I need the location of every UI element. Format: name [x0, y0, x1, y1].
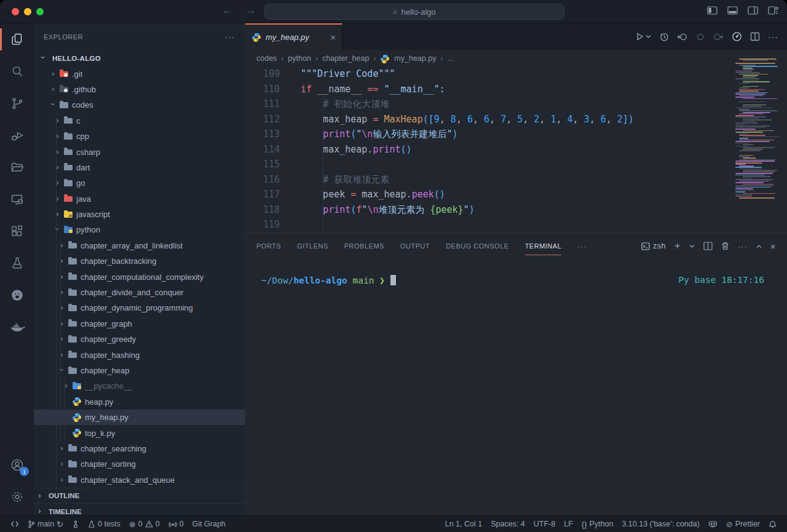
activity-remote-explorer[interactable]: [0, 183, 34, 215]
tree-item-python[interactable]: ›python: [34, 222, 245, 237]
tree-item-chapter_sorting[interactable]: ›chapter_sorting: [34, 456, 245, 472]
tree-item-chapter_divide_and_conquer[interactable]: ›chapter_divide_and_conquer: [34, 285, 245, 300]
tree-item-__pycache__[interactable]: ›__pycache__: [34, 378, 245, 394]
python-interpreter[interactable]: 3.10.13 ('base': conda): [617, 520, 703, 528]
tree-item-chapter_stack_and_queue[interactable]: ›chapter_stack_and_queue: [34, 472, 245, 488]
activity-docker[interactable]: [0, 311, 34, 343]
timeline-history-icon[interactable]: [659, 32, 669, 42]
problems-status[interactable]: ⊗ 0 0: [125, 520, 164, 529]
split-editor-icon[interactable]: [750, 32, 760, 41]
tree-item-my_heap.py[interactable]: my_heap.py: [34, 410, 245, 425]
panel-tab-terminal[interactable]: TERMINAL: [525, 233, 562, 259]
tree-item-chapter_backtracking[interactable]: ›chapter_backtracking: [34, 253, 245, 269]
explorer-more-actions-icon[interactable]: ···: [224, 32, 235, 42]
command-center-search[interactable]: ⌕ hello-algo: [264, 4, 564, 20]
sync-icon[interactable]: ↻: [57, 520, 63, 529]
next-change-icon[interactable]: [713, 32, 724, 42]
tree-item-dart[interactable]: ›dart: [34, 160, 245, 175]
activity-explorer[interactable]: [0, 23, 34, 55]
copilot-status[interactable]: [704, 520, 722, 528]
gitlens-status[interactable]: [68, 520, 84, 528]
terminal-dropdown-icon[interactable]: [689, 244, 695, 248]
activity-run-debug[interactable]: [0, 119, 34, 151]
change-marker-icon[interactable]: [695, 32, 705, 42]
tree-item-csharp[interactable]: ›csharp: [34, 144, 245, 159]
close-panel-icon[interactable]: ×: [770, 241, 776, 252]
maximize-panel-icon[interactable]: [756, 244, 762, 248]
split-terminal-icon[interactable]: [703, 242, 713, 250]
git-graph-button[interactable]: Git Graph: [188, 520, 230, 528]
tree-item-.git[interactable]: ›.git: [34, 66, 245, 81]
language-mode[interactable]: {} Python: [577, 520, 618, 529]
activity-source-control[interactable]: [0, 87, 34, 119]
close-window-button[interactable]: [12, 8, 19, 15]
customize-layout-icon[interactable]: [768, 6, 778, 15]
zoom-window-button[interactable]: [36, 8, 44, 15]
notifications[interactable]: [764, 520, 781, 528]
activity-settings[interactable]: [0, 481, 34, 513]
ports-status[interactable]: 0: [164, 520, 188, 528]
tree-item-java[interactable]: ›java: [34, 191, 245, 207]
indentation[interactable]: Spaces: 4: [486, 520, 529, 528]
breadcrumb-item-2[interactable]: chapter_heap: [322, 54, 369, 63]
tests-status[interactable]: 0 tests: [84, 520, 125, 528]
minimize-window-button[interactable]: [24, 8, 31, 15]
tree-item-chapter_hashing[interactable]: ›chapter_hashing: [34, 347, 245, 362]
tree-item-chapter_searching[interactable]: ›chapter_searching: [34, 441, 245, 456]
tree-item-c[interactable]: ›c: [34, 113, 245, 129]
cursor-position[interactable]: Ln 1, Col 1: [441, 520, 486, 528]
minimap[interactable]: [735, 58, 783, 205]
close-tab-icon[interactable]: ×: [330, 32, 336, 42]
tree-item-codes[interactable]: ›codes: [34, 97, 245, 113]
panel-more-actions-icon[interactable]: ···: [738, 242, 748, 251]
panel-tab-gitlens[interactable]: GITLENS: [297, 233, 328, 259]
forward-arrow-icon[interactable]: →: [243, 4, 258, 17]
tree-item-chapter_heap[interactable]: ›chapter_heap: [34, 363, 245, 378]
editor-more-actions-icon[interactable]: ···: [768, 32, 778, 42]
run-python-file-button[interactable]: [635, 32, 651, 41]
tree-item-go[interactable]: ›go: [34, 175, 245, 191]
layout-sidebar-left-icon[interactable]: [707, 6, 718, 15]
kill-terminal-trash-icon[interactable]: [721, 242, 729, 250]
tree-item-javascript[interactable]: ›JSjavascript: [34, 207, 245, 222]
tree-item-chapter_array_and_linkedlist[interactable]: ›chapter_array_and_linkedlist: [34, 238, 245, 253]
activity-github[interactable]: [0, 279, 34, 311]
tree-item-heap.py[interactable]: heap.py: [34, 394, 245, 410]
panel-tab-output[interactable]: OUTPUT: [400, 233, 430, 259]
tab-my-heap-py[interactable]: my_heap.py ×: [245, 23, 342, 50]
activity-folders[interactable]: [0, 151, 34, 183]
remote-indicator[interactable]: [6, 520, 23, 528]
code-editor[interactable]: 109"""Driver Code"""110if __name__ == "_…: [245, 66, 787, 232]
activity-search[interactable]: [0, 55, 34, 87]
tree-item-chapter_graph[interactable]: ›chapter_graph: [34, 316, 245, 332]
breadcrumb-item-3[interactable]: my_heap.py: [394, 54, 436, 63]
terminal-content[interactable]: ~/Dow/hello-algo main ❯ Py base 18:17:16: [245, 259, 787, 285]
layout-sidebar-right-icon[interactable]: [748, 6, 758, 15]
tree-item-top_k.py[interactable]: top_k.py: [34, 425, 245, 440]
encoding[interactable]: UTF-8: [529, 520, 560, 528]
outline-section[interactable]: › OUTLINE: [34, 488, 245, 503]
panel-more-tabs-icon[interactable]: ···: [577, 242, 587, 251]
activity-extensions[interactable]: [0, 215, 34, 247]
tree-item-chapter_dynamic_programming[interactable]: ›chapter_dynamic_programming: [34, 300, 245, 316]
activity-accounts[interactable]: 1: [0, 449, 34, 481]
breadcrumb-item-1[interactable]: python: [288, 54, 311, 63]
tree-item-.github[interactable]: ›.github: [34, 82, 245, 97]
eol-sequence[interactable]: LF: [560, 520, 577, 528]
prettier-status[interactable]: ⊘ Prettier: [722, 520, 764, 529]
run-or-debug-icon[interactable]: [732, 31, 742, 42]
tree-item-cpp[interactable]: ›cpp: [34, 129, 245, 144]
tree-item-chapter_computational_complexity[interactable]: ›chapter_computational_complexity: [34, 269, 245, 284]
tree-item-chapter_greedy[interactable]: ›chapter_greedy: [34, 332, 245, 347]
breadcrumb-item-4[interactable]: ...: [447, 54, 453, 63]
terminal-shell-chip[interactable]: zsh: [641, 242, 666, 250]
panel-tab-problems[interactable]: PROBLEMS: [344, 233, 384, 259]
activity-testing[interactable]: [0, 247, 34, 279]
breadcrumb[interactable]: codes›python›chapter_heap›my_heap.py›...: [245, 50, 787, 66]
back-arrow-icon[interactable]: ←: [220, 4, 235, 17]
new-terminal-icon[interactable]: +: [674, 240, 681, 252]
breadcrumb-item-0[interactable]: codes: [256, 54, 277, 63]
panel-tab-debug-console[interactable]: DEBUG CONSOLE: [446, 233, 508, 259]
previous-change-icon[interactable]: [677, 32, 687, 42]
layout-panel-icon[interactable]: [727, 6, 738, 15]
